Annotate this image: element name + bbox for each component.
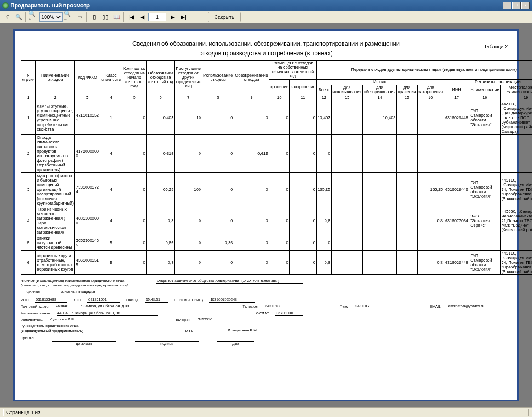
zoom-out-icon[interactable]: 🔍⁻ [63,12,74,22]
report-title: Сведения об образовании, использовании, … [21,40,512,47]
col-number: 7 [175,95,202,101]
report-table: N строки Наименование отходов Код ФККО К… [21,60,532,275]
col-number: 8 [202,95,234,101]
prev-page-icon[interactable]: ◀ [137,12,147,22]
col-number: 18 [469,95,500,101]
minimize-button[interactable]: _ [503,2,511,9]
col-number: 6 [147,95,175,101]
print-icon[interactable]: 🖨 [2,12,12,22]
col-number: 11 [290,95,317,101]
col-number: 1 [21,95,36,101]
col-number: 13 [332,95,363,101]
page-info: Страница 1 из 1 [3,409,47,416]
view-book-icon[interactable]: 📖 [111,12,121,22]
col-number: 17 [444,95,469,101]
col-number: 12 [316,95,332,101]
col-number: 5 [122,95,147,101]
titlebar: Предварительный просмотр _ □ × [0,0,532,11]
table-row: 4Тара из черных металлов загрязненная ( … [21,206,532,235]
col-number: 3 [74,95,100,101]
preview-viewport[interactable]: Таблица 2 Сведения об образовании, испол… [0,23,532,407]
window-title: Предварительный просмотр [11,2,503,9]
table-number: Таблица 2 [484,44,508,49]
close-button[interactable]: Закрыть [208,12,241,22]
col-number: 9 [234,95,269,101]
page-number-input[interactable] [148,13,166,21]
zoom-in-icon[interactable]: 🔍⁺ [28,12,38,22]
maximize-button[interactable]: □ [512,2,521,9]
report-subtitle: отходов производства и потребления (в то… [21,50,512,57]
zoom-select[interactable]: 100% [39,12,63,22]
col-number: 19 [500,95,532,101]
next-page-icon[interactable]: ▶ [167,12,177,22]
fit-page-icon[interactable]: ▭ [74,12,85,22]
view-single-icon[interactable]: ▯ [89,12,99,22]
table-row: 6абразивные круги отработанные, лом отра… [21,250,532,274]
app-icon [2,2,9,9]
col-number: 2 [36,95,75,101]
search-icon[interactable]: 🔍 [13,12,23,22]
filial-checkbox[interactable] [21,290,25,294]
col-number: 14 [363,95,397,101]
table-row: 3мусор от офисных и бытовых помещений ор… [21,172,532,206]
view-double-icon[interactable]: ▯▯ [100,12,110,22]
statusbar: Страница 1 из 1 [0,407,532,417]
col-number: 16 [417,95,444,101]
main-site-checkbox[interactable] [55,290,59,294]
toolbar: 🖨 🔍 🔍⁺ 100% 🔍⁻ ▭ ▯ ▯▯ 📖 |◀ ◀ ▶ ▶| Закрыт… [0,11,532,23]
col-number: 10 [269,95,290,101]
table-row: 1лампы ртутные, ртутно-кварцевые, люмине… [21,101,532,134]
report-footer: *Полное (и сокращенное) наименование юри… [21,279,512,346]
last-page-icon[interactable]: ▶| [178,12,189,22]
col-number: 4 [100,95,122,101]
report-page: Таблица 2 Сведения об образовании, испол… [13,29,519,401]
first-page-icon[interactable]: |◀ [126,12,136,22]
table-row: 2Отходы химических составов и продуктов,… [21,134,532,172]
table-row: 5опилки натуральной чистой древесины3052… [21,235,532,250]
close-window-button[interactable]: × [521,2,530,9]
col-number: 15 [397,95,417,101]
